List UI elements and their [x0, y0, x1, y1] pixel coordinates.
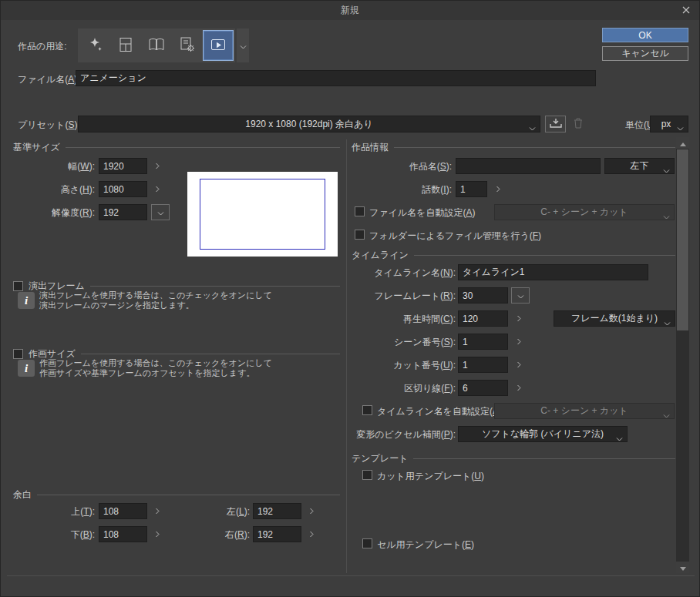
- auto-timeline-pattern-select[interactable]: C- + シーン + カット: [494, 403, 675, 419]
- template-header: テンプレート: [352, 452, 675, 465]
- delete-preset-button[interactable]: [570, 116, 587, 132]
- scroll-up-button[interactable]: [676, 137, 689, 149]
- info-icon: [18, 292, 35, 309]
- work-name-input[interactable]: [456, 158, 601, 174]
- playback-unit-select[interactable]: フレーム数(1始まり): [554, 310, 675, 327]
- margin-right-stepper[interactable]: [304, 526, 319, 542]
- stage-frame-checkbox[interactable]: [13, 281, 23, 291]
- usage-expand-button[interactable]: [237, 29, 249, 62]
- margin-bottom-stepper[interactable]: [150, 526, 165, 542]
- pixel-interpolation-value: ソフトな輪郭 (バイリニア法): [482, 428, 604, 441]
- usage-button-comic[interactable]: [110, 30, 141, 61]
- cut-template-label: カット用テンプレート(U): [377, 471, 484, 481]
- resolution-dropdown-button[interactable]: [151, 204, 170, 220]
- scroll-thumb[interactable]: [677, 149, 688, 330]
- scroll-down-button[interactable]: [676, 562, 689, 573]
- frame-rate-input[interactable]: [458, 287, 508, 304]
- playback-time-input[interactable]: [458, 310, 508, 327]
- separator-line-stepper[interactable]: [511, 380, 527, 396]
- chevron-down-icon: [664, 317, 671, 328]
- cut-number-input[interactable]: [458, 357, 508, 373]
- margin-left-input[interactable]: [253, 503, 301, 519]
- drawing-size-checkbox[interactable]: [13, 349, 23, 359]
- unit-select[interactable]: px: [650, 116, 688, 132]
- chevron-down-icon: [663, 165, 670, 176]
- chevron-down-icon: [240, 40, 247, 52]
- frame-rate-label: フレームレート(R):: [340, 290, 456, 301]
- usage-button-comic-settings[interactable]: [172, 30, 203, 61]
- save-preset-button[interactable]: [545, 116, 566, 132]
- cell-template-label: セル用テンプレート(E): [377, 539, 474, 550]
- margin-bottom-input[interactable]: [99, 526, 147, 542]
- usage-button-book-binding[interactable]: [141, 30, 172, 61]
- corner-position-select[interactable]: 左下: [604, 158, 675, 174]
- drawing-size-desc-line2: 作画サイズや基準フレームのオフセットを指定します。: [39, 368, 254, 378]
- base-size-title: 基準サイズ: [13, 141, 60, 154]
- cut-number-stepper[interactable]: [511, 357, 527, 373]
- ok-button[interactable]: OK: [602, 28, 688, 42]
- resolution-input[interactable]: [99, 204, 147, 220]
- auto-timeline-pattern-value: C- + シーン + カット: [540, 404, 628, 418]
- divider-line: [90, 286, 340, 287]
- folder-management-checkbox[interactable]: [355, 230, 365, 240]
- cancel-button[interactable]: キャンセル: [602, 46, 688, 61]
- chevron-right-icon: [156, 528, 160, 540]
- triangle-down-icon: [680, 562, 686, 573]
- column-divider: [346, 139, 347, 573]
- auto-filename-pattern-select[interactable]: C- + シーン + カット: [494, 204, 675, 220]
- stage-frame-desc-line1: 演出フレームを使用する場合は、このチェックをオンにして: [39, 290, 272, 300]
- info-icon: [18, 360, 35, 377]
- close-button[interactable]: [678, 3, 695, 18]
- triangle-up-icon: [680, 137, 686, 149]
- scene-number-input[interactable]: [458, 334, 508, 350]
- playback-time-stepper[interactable]: [511, 310, 527, 327]
- chevron-down-icon: [529, 122, 536, 133]
- cut-template-checkbox[interactable]: [362, 470, 372, 480]
- width-stepper[interactable]: [150, 158, 165, 174]
- chevron-down-icon: [157, 206, 164, 218]
- margin-top-stepper[interactable]: [150, 503, 165, 519]
- episodes-stepper[interactable]: [490, 181, 506, 197]
- folder-management-label: フォルダーによるファイル管理を行う(F): [369, 230, 541, 241]
- auto-timeline-name-checkbox[interactable]: [362, 405, 372, 415]
- margin-top-input[interactable]: [99, 503, 147, 519]
- divider-line: [81, 354, 340, 354]
- margin-right-input[interactable]: [253, 526, 301, 542]
- cell-template-checkbox[interactable]: [362, 538, 372, 548]
- usage-button-animation[interactable]: [203, 30, 234, 61]
- pixel-interpolation-select[interactable]: ソフトな輪郭 (バイリニア法): [458, 426, 628, 442]
- base-size-header: 基準サイズ: [13, 141, 340, 154]
- chevron-right-icon: [310, 505, 314, 517]
- episodes-input[interactable]: [456, 181, 487, 197]
- timeline-name-input[interactable]: [458, 264, 648, 280]
- work-info-header: 作品情報: [352, 141, 675, 154]
- margin-top-label: 上(T):: [45, 506, 95, 517]
- chevron-right-icon: [496, 183, 500, 195]
- margin-left-stepper[interactable]: [304, 503, 319, 519]
- titlebar[interactable]: 新規: [1, 1, 699, 20]
- trash-icon: [574, 118, 583, 131]
- usage-button-illustration[interactable]: [79, 30, 110, 61]
- playback-unit-value: フレーム数(1始まり): [571, 312, 658, 325]
- preset-select[interactable]: 1920 x 1080 (192dpi) 余白あり: [78, 116, 540, 132]
- scene-number-stepper[interactable]: [511, 334, 527, 350]
- chevron-down-icon: [517, 290, 524, 301]
- close-icon: [682, 5, 690, 16]
- chevron-right-icon: [156, 160, 160, 172]
- chevron-down-icon: [677, 122, 684, 133]
- chevron-down-icon: [663, 211, 670, 222]
- margin-header: 余白: [13, 488, 340, 501]
- chevron-down-icon: [616, 433, 623, 444]
- height-input[interactable]: [99, 181, 147, 197]
- auto-filename-checkbox[interactable]: [355, 206, 365, 216]
- playback-time-label: 再生時間(C):: [340, 314, 456, 324]
- timeline-header: タイムライン: [352, 249, 675, 262]
- width-input[interactable]: [99, 158, 147, 174]
- canvas-page-outline: [200, 179, 325, 250]
- frame-rate-dropdown-button[interactable]: [511, 287, 530, 304]
- scrollbar[interactable]: [676, 137, 689, 573]
- height-stepper[interactable]: [150, 181, 165, 197]
- chevron-right-icon: [156, 505, 160, 517]
- filename-input[interactable]: [76, 70, 596, 86]
- separator-line-input[interactable]: [458, 380, 508, 396]
